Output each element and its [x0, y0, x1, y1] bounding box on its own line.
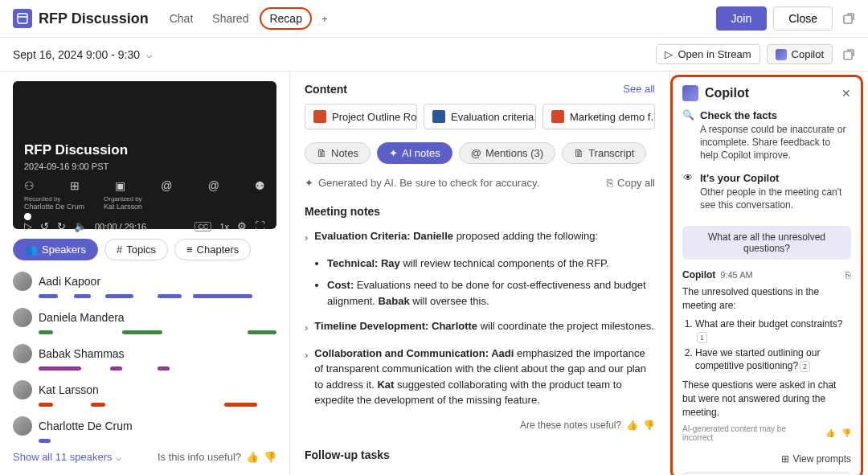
- speaker-row[interactable]: Daniela Mandera: [13, 308, 276, 334]
- topics-tab[interactable]: #Topics: [104, 239, 168, 260]
- content-file[interactable]: Marketing demo f...: [542, 104, 655, 129]
- person-icon: ⚇: [24, 179, 35, 192]
- meeting-notes-heading: Meeting notes: [305, 203, 655, 220]
- see-all-link[interactable]: See all: [623, 83, 655, 96]
- ref-badge[interactable]: 2: [800, 361, 810, 372]
- popout-icon-2[interactable]: [842, 48, 855, 61]
- join-button[interactable]: Join: [716, 6, 768, 31]
- layout-icon: ⊞: [70, 179, 80, 192]
- speaker-timeline: [39, 403, 276, 407]
- video-controls: ▷ ↺ ↻ 🔈 00:00 / 29:16 CC 1x ⚙ ⛶: [24, 220, 265, 232]
- close-button[interactable]: Close: [773, 6, 833, 31]
- file-icon: [313, 110, 326, 123]
- transcript-tab[interactable]: 🗎Transcript: [562, 142, 646, 164]
- ai-notes-tab[interactable]: ✦AI notes: [377, 142, 452, 164]
- list-icon: ≡: [186, 244, 193, 256]
- video-player[interactable]: RFP Discussion 2024-09-16 9:00 PST ⚇ ⊞ ▣…: [13, 81, 276, 229]
- transcript-icon: 🗎: [574, 147, 584, 159]
- settings-icon[interactable]: ⚙: [237, 220, 247, 232]
- thumbs-down-icon[interactable]: 👎: [841, 428, 851, 437]
- resp-item: What are their budget constraints?1: [695, 317, 851, 343]
- avatar: [13, 344, 32, 363]
- fullscreen-icon[interactable]: ⛶: [255, 220, 265, 232]
- note-item: ›Collaboration and Communication: Aadi e…: [305, 346, 655, 408]
- sparkle-icon: ✦: [305, 177, 313, 189]
- cc-button[interactable]: CC: [194, 222, 211, 231]
- svg-rect-2: [844, 15, 852, 23]
- date-select[interactable]: Sept 16, 2024 9:00 - 9:30 ⌵: [13, 45, 152, 64]
- notes-body: Meeting notes ›Evaluation Criteria: Dani…: [305, 203, 655, 475]
- copilot-toggle[interactable]: Copilot: [767, 44, 833, 64]
- file-icon: [432, 110, 445, 123]
- copy-all-button[interactable]: ⎘ Copy all: [607, 177, 655, 189]
- mention-icon-2: @: [208, 179, 219, 192]
- prompt-chip[interactable]: What are all the unresolved questions?: [682, 226, 851, 260]
- page-title: RFP Discussion: [39, 10, 149, 27]
- header-tabs: Chat Shared Recap +: [162, 7, 334, 30]
- mention-icon: @: [161, 179, 172, 192]
- caret-icon[interactable]: ›: [305, 230, 308, 246]
- tab-chat[interactable]: Chat: [162, 9, 202, 28]
- tab-recap[interactable]: Recap: [260, 7, 311, 30]
- chapters-tab[interactable]: ≡Chapters: [174, 239, 251, 260]
- tab-shared[interactable]: Shared: [204, 9, 256, 28]
- main: RFP Discussion 2024-09-16 9:00 PST ⚇ ⊞ ▣…: [0, 72, 868, 475]
- note-item: ›Timeline Development: Charlotte will co…: [305, 318, 655, 336]
- speaker-name: Kat Larsson: [39, 383, 99, 396]
- note-tabs: 🗎Notes ✦AI notes @Mentions (3) 🗎Transcri…: [305, 142, 655, 164]
- copilot-panel: Copilot ✕ 🔍 Check the factsA response co…: [670, 75, 863, 475]
- copilot-disclaimer: AI-generated content may be incorrect 👍 …: [682, 424, 851, 442]
- speaker-timeline: [39, 366, 276, 371]
- show-all-speakers[interactable]: Show all 11 speakers⌵: [13, 451, 121, 463]
- subheader: Sept 16, 2024 9:00 - 9:30 ⌵ ▷ Open in St…: [0, 38, 868, 72]
- forward-button[interactable]: ↻: [57, 220, 66, 232]
- volume-button[interactable]: 🔈: [74, 220, 87, 232]
- content-file[interactable]: Project Outline Ro...: [305, 104, 417, 129]
- sparkle-icon: ✦: [389, 147, 398, 159]
- view-prompts-button[interactable]: ⊞ View prompts: [682, 453, 851, 465]
- thumbs-down-icon[interactable]: 👎: [643, 418, 655, 432]
- speakers-tab[interactable]: 👥Speakers: [13, 239, 98, 260]
- copilot-title: Copilot: [705, 86, 835, 100]
- speaker-row[interactable]: Aadi Kapoor: [13, 272, 276, 298]
- note-subitem: Technical: Ray will review technical com…: [327, 256, 655, 272]
- resp-item: Have we started outlining our competitiv…: [695, 346, 851, 372]
- copilot-logo-icon: [682, 85, 698, 101]
- notes-tab[interactable]: 🗎Notes: [305, 142, 371, 164]
- mentions-tab[interactable]: @Mentions (3): [459, 142, 555, 164]
- eye-icon: 👁: [682, 172, 694, 211]
- thumbs-down-icon[interactable]: 👎: [264, 451, 276, 463]
- close-icon[interactable]: ✕: [841, 87, 851, 100]
- play-button[interactable]: ▷: [24, 220, 32, 232]
- caret-icon[interactable]: ›: [305, 320, 308, 336]
- speaker-row[interactable]: Charlotte De Crum: [13, 416, 276, 443]
- followup-heading: Follow-up tasks: [305, 447, 655, 464]
- content-header: Content See all: [305, 83, 655, 96]
- thumbs-up-icon[interactable]: 👍: [626, 418, 638, 432]
- speed-button[interactable]: 1x: [219, 222, 229, 231]
- speaker-list: Aadi KapoorDaniela ManderaBabak ShammasK…: [13, 272, 276, 443]
- speaker-row[interactable]: Kat Larsson: [13, 380, 276, 407]
- tab-add[interactable]: +: [315, 10, 334, 28]
- thumbs-up-icon[interactable]: 👍: [246, 451, 259, 463]
- left-column: RFP Discussion 2024-09-16 9:00 PST ⚇ ⊞ ▣…: [0, 72, 289, 475]
- notes-icon: 🗎: [317, 147, 327, 159]
- open-stream-button[interactable]: ▷ Open in Stream: [656, 44, 760, 64]
- popout-icon[interactable]: [842, 12, 855, 25]
- svg-rect-0: [18, 14, 27, 23]
- file-icon: [551, 110, 564, 123]
- thumbs-up-icon[interactable]: 👍: [825, 428, 835, 437]
- content-file[interactable]: Evaluation criteria...: [424, 104, 536, 129]
- rewind-button[interactable]: ↺: [40, 220, 49, 232]
- video-time: 00:00 / 29:16: [95, 222, 146, 231]
- ref-badge[interactable]: 1: [697, 332, 707, 343]
- note-item: ›Evaluation Criteria: Danielle proposed …: [305, 228, 655, 246]
- copilot-info-1: 🔍 Check the factsA response could be ina…: [682, 109, 851, 162]
- speaker-name: Charlotte De Crum: [39, 420, 133, 432]
- video-credits: Recorded byCharlotte De Crum Organized b…: [24, 195, 265, 211]
- speaker-row[interactable]: Babak Shammas: [13, 344, 276, 371]
- info-useful: Is this info useful? 👍 👎: [158, 451, 276, 463]
- caret-icon[interactable]: ›: [305, 347, 308, 408]
- copy-icon[interactable]: ⎘: [845, 270, 851, 280]
- speaker-timeline: [39, 330, 276, 334]
